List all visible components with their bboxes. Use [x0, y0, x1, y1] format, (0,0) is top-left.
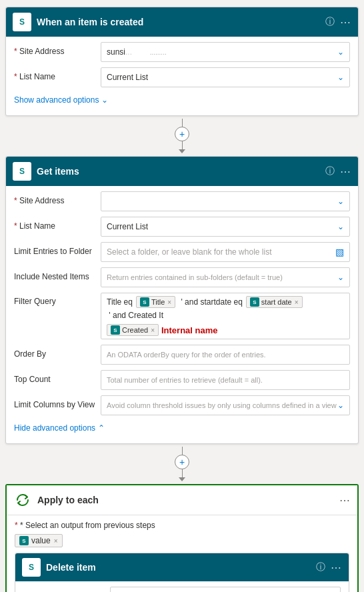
get-items-list-name-value: Current List: [107, 222, 148, 231]
filter-chip-created-text: Created: [122, 326, 148, 334]
filter-chip-title: S Title ×: [136, 296, 175, 308]
connector-2: +: [175, 444, 189, 484]
trigger-icon: S: [13, 13, 31, 31]
filter-chip-title-icon: S: [140, 297, 149, 307]
apply-each-chip-icon: S: [19, 536, 29, 545]
get-items-limit-columns-label: Limit Columns by View: [14, 395, 101, 409]
get-items-list-name-row: * List Name Current List ⌄: [14, 217, 350, 237]
trigger-title: When an item is created: [37, 17, 325, 27]
apply-each-card: Apply to each ⋯ * * Select an output fro…: [5, 484, 359, 592]
internal-name-label: Internal name: [161, 325, 218, 335]
filter-chip-startdate-icon: S: [250, 297, 259, 307]
get-items-nested-placeholder: Return entries contained in sub-folders …: [107, 273, 337, 281]
delete-site-address-dropdown[interactable]: s ... ⌄: [110, 587, 341, 592]
trigger-chevron-down-icon: ⌄: [101, 95, 108, 105]
get-items-nested-label: Include Nested Items: [14, 267, 101, 281]
apply-each-header: Apply to each ⋯: [7, 485, 357, 515]
hide-advanced-toggle[interactable]: Hide advanced options ⌃: [14, 421, 350, 435]
get-items-list-name-label: * List Name: [14, 217, 101, 231]
get-items-site-address-dropdown[interactable]: ⌄: [101, 191, 350, 211]
get-items-top-count-placeholder: Total number of entries to retrieve (def…: [107, 376, 344, 384]
connector-1: +: [175, 116, 189, 156]
get-items-site-chevron-icon: ⌄: [337, 197, 344, 206]
get-items-filter-query-label: Filter Query: [14, 293, 101, 306]
get-items-order-by-label: Order By: [14, 345, 101, 359]
delete-item-title: Delete item: [46, 562, 316, 573]
trigger-site-address-label: * Site Address: [14, 42, 101, 56]
delete-item-help-icon[interactable]: ⓘ: [316, 561, 325, 573]
select-output-label: * * Select an output from previous steps: [15, 521, 349, 530]
get-items-header: S Get items ⓘ ⋯: [6, 157, 358, 186]
trigger-site-address-dropdown[interactable]: sunsi... ......... ⌄: [101, 42, 350, 62]
trigger-list-chevron-icon: ⌄: [337, 73, 344, 82]
filter-chip-title-close[interactable]: ×: [167, 299, 171, 306]
get-items-limit-entries-input[interactable]: Select a folder, or leave blank for the …: [101, 242, 350, 262]
filter-chip-startdate-text: start date: [261, 298, 292, 306]
filter-chip-created: S Created ×: [107, 324, 159, 336]
trigger-site-chevron-icon: ⌄: [337, 47, 344, 57]
delete-item-actions: ⓘ ⋯: [316, 561, 342, 574]
get-items-icon: S: [13, 162, 31, 181]
connector-arrow-2: [179, 477, 185, 481]
trigger-help-icon[interactable]: ⓘ: [325, 16, 335, 28]
trigger-site-address-value: sunsi... .........: [107, 47, 167, 57]
apply-each-actions: ⋯: [339, 494, 351, 507]
get-items-order-by-input[interactable]: An ODATA orderBy query for the order of …: [101, 345, 350, 365]
add-step-button-1[interactable]: +: [175, 127, 189, 141]
get-items-nested-dropdown[interactable]: Return entries contained in sub-folders …: [101, 267, 350, 287]
connector-line-1: [182, 119, 183, 127]
get-items-site-address-label: * Site Address: [14, 191, 101, 205]
apply-each-chip-close[interactable]: ×: [54, 537, 58, 545]
filter-query-area[interactable]: Title eq S Title × ' and startdate eq S …: [101, 293, 350, 339]
get-items-site-address-row: * Site Address ⌄: [14, 191, 350, 211]
delete-item-body: * Site Address s ... ⌄ * List Name: [15, 581, 349, 592]
get-items-actions: ⓘ ⋯: [325, 165, 351, 178]
get-items-limit-entries-placeholder: Select a folder, or leave blank for the …: [107, 247, 335, 257]
apply-each-more-icon[interactable]: ⋯: [339, 494, 351, 507]
get-items-title: Get items: [37, 166, 325, 177]
trigger-list-name-label: * List Name: [14, 67, 101, 81]
apply-each-chips-area: S value ×: [15, 534, 349, 547]
hide-advanced-chevron-icon: ⌃: [98, 423, 105, 433]
delete-site-address-label: * Site Address: [23, 587, 110, 592]
get-items-more-icon[interactable]: ⋯: [340, 165, 351, 178]
apply-each-value-chip: S value ×: [15, 534, 63, 547]
trigger-show-advanced-label: Show advanced options: [14, 95, 99, 105]
get-items-limit-entries-row: Limit Entries to Folder Select a folder,…: [14, 242, 350, 262]
trigger-list-name-dropdown[interactable]: Current List ⌄: [101, 67, 350, 87]
connector-arrow-1: [179, 149, 185, 153]
trigger-show-advanced-toggle[interactable]: Show advanced options ⌄: [14, 93, 350, 107]
delete-site-address-row: * Site Address s ... ⌄: [23, 587, 341, 592]
get-items-top-count-row: Top Count Total number of entries to ret…: [14, 370, 350, 390]
get-items-card: S Get items ⓘ ⋯ * Site Address ⌄: [5, 156, 359, 444]
trigger-card-actions: ⓘ ⋯: [325, 16, 351, 29]
get-items-limit-columns-dropdown[interactable]: Avoid column threshold issues by only us…: [101, 395, 350, 415]
get-items-top-count-input[interactable]: Total number of entries to retrieve (def…: [101, 370, 350, 390]
trigger-site-address-row: * Site Address sunsi... ......... ⌄: [14, 42, 350, 62]
filter-chip-startdate-close[interactable]: ×: [295, 299, 299, 306]
add-step-button-2[interactable]: +: [175, 455, 189, 469]
get-items-body: * Site Address ⌄ * List Name Current Lis…: [6, 186, 358, 443]
filter-chip-created-close[interactable]: ×: [151, 327, 155, 334]
get-items-limit-columns-placeholder: Avoid column threshold issues by only us…: [107, 401, 337, 409]
get-items-nested-row: Include Nested Items Return entries cont…: [14, 267, 350, 287]
trigger-card-body: * Site Address sunsi... ......... ⌄ * Li…: [6, 37, 358, 115]
trigger-card-header: S When an item is created ⓘ ⋯: [6, 7, 358, 37]
get-items-help-icon[interactable]: ⓘ: [325, 165, 335, 177]
get-items-list-name-dropdown[interactable]: Current List ⌄: [101, 217, 350, 237]
filter-chip-created-icon: S: [111, 325, 120, 335]
get-items-order-by-row: Order By An ODATA orderBy query for the …: [14, 345, 350, 365]
hide-advanced-label: Hide advanced options: [14, 423, 95, 433]
filter-text-2: ' and startdate eq: [177, 297, 244, 307]
apply-each-loop-icon: [13, 491, 32, 509]
trigger-list-name-value: Current List: [107, 73, 148, 82]
apply-each-body: * * Select an output from previous steps…: [7, 515, 357, 592]
delete-item-more-icon[interactable]: ⋯: [331, 561, 342, 574]
get-items-list-chevron-icon: ⌄: [337, 222, 344, 231]
delete-item-card: S Delete item ⓘ ⋯ * Site Address: [15, 553, 349, 592]
apply-each-chip-text: value: [31, 536, 51, 545]
get-items-top-count-label: Top Count: [14, 370, 101, 384]
trigger-more-icon[interactable]: ⋯: [340, 16, 351, 29]
apply-each-title: Apply to each: [37, 495, 339, 505]
connector-line-2b: [182, 469, 183, 477]
